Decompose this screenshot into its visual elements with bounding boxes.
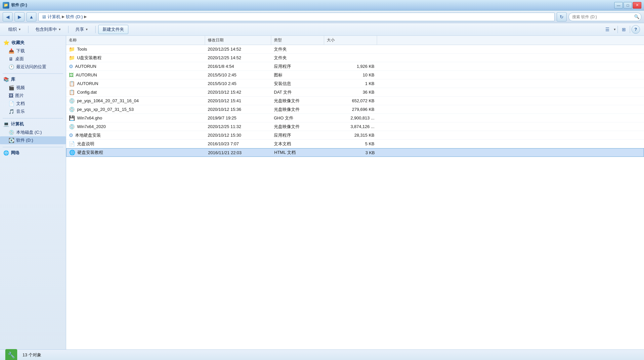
sidebar-item-drive-d[interactable]: 💽 软件 (D:): [0, 136, 66, 144]
file-size-cell: 10 KB: [324, 72, 377, 77]
refresh-button[interactable]: ↻: [557, 12, 567, 22]
share-arrow: ▼: [85, 28, 88, 31]
title-bar: 📁 软件 (D:) — □ ✕: [0, 0, 644, 11]
pictures-icon: 🖼: [9, 93, 13, 98]
sidebar-item-video[interactable]: 🎬 视频: [0, 84, 66, 92]
search-icon[interactable]: 🔍: [634, 14, 639, 19]
file-type-icon: 🌐: [69, 150, 75, 156]
video-icon: 🎬: [9, 85, 14, 90]
table-row[interactable]: 💾 Win7x64.gho 2019/9/7 19:25 GHO 文件 2,90…: [66, 114, 644, 122]
include-library-button[interactable]: 包含到库中 ▼: [31, 25, 65, 34]
view-button[interactable]: ☰: [603, 25, 612, 34]
file-size-cell: 3,874,126 ...: [324, 124, 377, 129]
table-row[interactable]: 🖼 AUTORUN 2015/5/10 2:45 图标 10 KB: [66, 71, 644, 79]
table-row[interactable]: 💿 pe_yqs_xp_20_07_31_15_53 2020/10/12 15…: [66, 105, 644, 114]
file-date-cell: 2020/10/12 15:30: [205, 133, 271, 138]
status-app-icon: 🔧: [5, 349, 17, 360]
file-type-cell: 光盘映像文件: [271, 124, 324, 130]
forward-button[interactable]: ▶: [15, 12, 24, 22]
file-name: U盘安装教程: [77, 55, 102, 61]
up-button[interactable]: ▲: [26, 12, 36, 22]
sidebar-item-music[interactable]: 🎵 音乐: [0, 108, 66, 115]
table-row[interactable]: 📋 Config.dat 2020/10/12 15:42 DAT 文件 36 …: [66, 88, 644, 97]
table-row[interactable]: ⚙ 本地硬盘安装 2020/10/12 15:30 应用程序 28,315 KB: [66, 131, 644, 140]
table-row[interactable]: 💿 pe_yqs_1064_20_07_31_16_04 2020/10/12 …: [66, 97, 644, 105]
table-row[interactable]: 🌐 硬盘安装教程 2016/11/21 22:03 HTML 文档 3 KB: [66, 148, 644, 157]
share-button[interactable]: 共享 ▼: [71, 25, 93, 34]
table-row[interactable]: 📋 AUTORUN 2015/5/10 2:45 安装信息 1 KB: [66, 79, 644, 88]
include-library-label: 包含到库中: [35, 26, 57, 32]
table-row[interactable]: 💿 Win7x64_2020 2020/12/25 11:32 光盘映像文件 3…: [66, 122, 644, 131]
sidebar-section-libraries: 📚 库 🎬 视频 🖼 图片 📄 文档 🎵 音乐: [0, 75, 66, 115]
col-header-date[interactable]: 修改日期: [205, 36, 271, 45]
table-row[interactable]: 📁 Tools 2020/12/25 14:52 文件夹: [66, 45, 644, 54]
col-header-size[interactable]: 大小: [324, 36, 377, 45]
file-date-cell: 2020/12/25 11:32: [205, 124, 271, 129]
minimize-button[interactable]: —: [614, 2, 623, 9]
help-button[interactable]: ?: [631, 25, 640, 34]
search-wrapper: 🔍: [569, 13, 641, 21]
breadcrumb-drive[interactable]: 软件 (D:): [66, 14, 83, 20]
file-size-cell: 5 KB: [324, 141, 377, 146]
file-type-cell: 文件夹: [271, 46, 324, 52]
file-type-icon: 📋: [69, 81, 75, 87]
network-label: 网络: [11, 150, 20, 156]
file-date-cell: 2016/11/21 22:03: [205, 150, 272, 155]
new-folder-button[interactable]: 新建文件夹: [98, 25, 128, 34]
file-type-cell: 应用程序: [271, 64, 324, 69]
sidebar-favorites-header[interactable]: ⭐ 收藏夹: [0, 38, 66, 47]
sidebar-section-network: 🌐 网络: [0, 149, 66, 157]
sidebar-section-computer: 💻 计算机 💿 本地磁盘 (C:) 💽 软件 (D:): [0, 120, 66, 144]
toolbar-sep1: [28, 26, 28, 33]
sidebar-divider-3: [3, 147, 63, 147]
sidebar-item-drive-c[interactable]: 💿 本地磁盘 (C:): [0, 128, 66, 136]
file-list-header: 名称 修改日期 类型 大小: [66, 36, 644, 45]
table-row[interactable]: 📄 光盘说明 2016/10/23 7:07 文本文档 5 KB: [66, 140, 644, 148]
sidebar-item-pictures[interactable]: 🖼 图片: [0, 92, 66, 100]
file-type-icon: 📋: [69, 89, 75, 95]
sidebar-network-header[interactable]: 🌐 网络: [0, 149, 66, 157]
file-size-cell: 1 KB: [324, 81, 377, 86]
table-row[interactable]: 📁 U盘安装教程 2020/12/25 14:52 文件夹: [66, 54, 644, 62]
col-header-type[interactable]: 类型: [271, 36, 324, 45]
file-name: pe_yqs_xp_20_07_31_15_53: [77, 107, 134, 112]
sidebar-item-download[interactable]: 📥 下载: [0, 47, 66, 55]
file-type-cell: 安装信息: [271, 81, 324, 87]
close-button[interactable]: ✕: [633, 2, 641, 9]
libraries-icon: 📚: [3, 77, 9, 82]
back-button[interactable]: ◀: [3, 12, 13, 22]
file-size-cell: 279,696 KB: [324, 107, 377, 112]
status-bar: 🔧 13 个对象: [0, 349, 644, 360]
search-input[interactable]: [569, 13, 641, 21]
sidebar-item-desktop[interactable]: 🖥 桌面: [0, 55, 66, 63]
sidebar-libraries-header[interactable]: 📚 库: [0, 75, 66, 84]
sidebar-item-recent[interactable]: 🕐 最近访问的位置: [0, 63, 66, 71]
sidebar-computer-header[interactable]: 💻 计算机: [0, 120, 66, 128]
desktop-icon: 🖥: [9, 56, 13, 62]
file-date-cell: 2020/10/12 15:42: [205, 90, 271, 95]
organize-button[interactable]: 组织 ▼: [4, 25, 25, 34]
file-type-cell: 文本文档: [271, 141, 324, 147]
toolbar: 组织 ▼ 包含到库中 ▼ 共享 ▼ 新建文件夹 ☰ ▼ ⊞ ?: [0, 23, 644, 36]
file-size-cell: 36 KB: [324, 90, 377, 95]
toolbar-sep3: [95, 26, 96, 33]
breadcrumb-computer[interactable]: 计算机: [48, 14, 61, 20]
maximize-button[interactable]: □: [623, 2, 632, 9]
drive-c-icon: 💿: [9, 130, 14, 135]
file-size-cell: 2,900,813 ...: [324, 115, 377, 120]
file-date-cell: 2015/5/10 2:45: [205, 72, 271, 77]
file-name: 本地硬盘安装: [75, 132, 101, 138]
file-name: AUTORUN: [77, 81, 98, 86]
table-row[interactable]: ⚙ AUTORUN 2016/1/8 4:54 应用程序 1,926 KB: [66, 62, 644, 71]
toolbar-sep4: [618, 26, 618, 33]
file-type-icon: 📄: [69, 141, 75, 147]
preview-button[interactable]: ⊞: [619, 25, 628, 34]
drive-c-label: 本地磁盘 (C:): [16, 129, 42, 135]
window-title: 软件 (D:): [11, 2, 27, 8]
sidebar-item-documents[interactable]: 📄 文档: [0, 100, 66, 108]
drive-d-icon: 💽: [9, 138, 14, 143]
file-type-cell: 应用程序: [271, 132, 324, 138]
address-bar: ◀ ▶ ▲ 🖥 计算机 ▶ 软件 (D:) ▶ ↻ 🔍: [0, 11, 644, 23]
col-header-name[interactable]: 名称: [66, 36, 205, 45]
file-name: 硬盘安装教程: [77, 150, 103, 156]
